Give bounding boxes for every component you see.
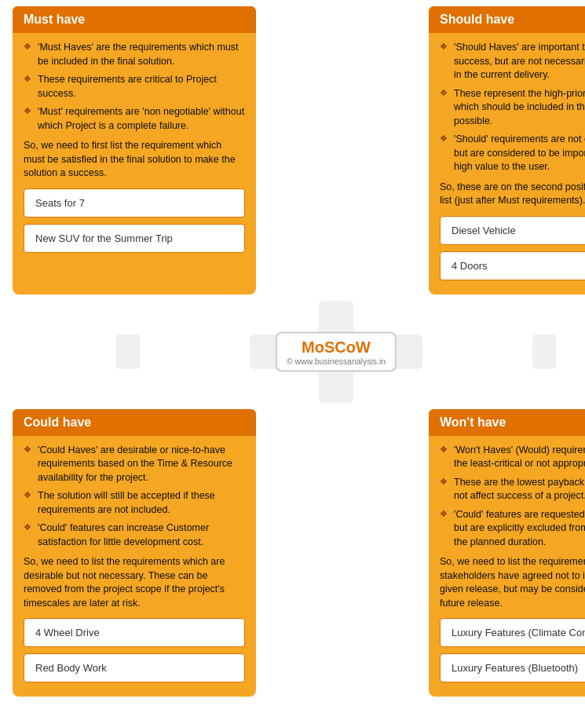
- must-have-title: Must have: [24, 13, 85, 26]
- should-have-title: Should have: [440, 13, 514, 26]
- could-have-header: Could have: [13, 409, 256, 436]
- must-have-bullets: 'Must Haves' are the requirements which …: [24, 41, 245, 133]
- should-have-summary: So, these are on the second position in …: [440, 181, 585, 208]
- wont-have-title: Won't have: [440, 415, 506, 429]
- should-have-bullets: 'Should Haves' are important to project …: [440, 41, 585, 174]
- main-container: Must have 'Must Haves' are the requireme…: [0, 0, 585, 728]
- wont-have-header: Won't have: [429, 409, 585, 436]
- should-bullet-1: 'Should Haves' are important to project …: [440, 41, 585, 82]
- moscow-copyright: © www.businessanalysis.in: [287, 356, 386, 365]
- must-have-panel: Must have 'Must Haves' are the requireme…: [13, 6, 256, 294]
- must-item-1: Seats for 7: [24, 188, 245, 218]
- center-cross: MoSCoW © www.businessanalysis.in: [250, 301, 422, 403]
- could-bullet-1: 'Could Haves' are desirable or nice-to-h…: [24, 444, 245, 485]
- wont-bullet-3: 'Could' features are requested by stakeh…: [440, 508, 585, 550]
- cross-shape: MoSCoW © www.businessanalysis.in: [250, 301, 422, 403]
- wont-bullet-2: These are the lowest payback items which…: [440, 476, 585, 503]
- left-connector-stub: [116, 335, 140, 369]
- must-bullet-2: These requirements are critical to Proje…: [24, 73, 245, 101]
- should-item-1: Diesel Vehicle: [440, 216, 585, 245]
- mid-left-connector: [6, 301, 250, 403]
- could-bullet-2: The solution will still be accepted if t…: [24, 489, 245, 517]
- must-item-2: New SUV for the Summer Trip: [24, 224, 245, 253]
- could-have-title: Could have: [24, 415, 91, 429]
- moscow-title: MoSCoW: [287, 338, 386, 356]
- could-item-2: Red Body Work: [24, 653, 245, 682]
- could-have-summary: So, we need to list the requirements whi…: [24, 555, 245, 610]
- wont-bullet-1: 'Won't Haves' (Would) requirements are e…: [440, 444, 585, 471]
- should-bullet-3: 'Should' requirements are not critical t…: [440, 133, 585, 174]
- must-have-summary: So, we need to first list the requiremen…: [24, 139, 245, 181]
- could-have-bullets: 'Could Haves' are desirable or nice-to-h…: [24, 444, 245, 550]
- must-bullet-1: 'Must Haves' are the requirements which …: [24, 41, 245, 68]
- center-card: MoSCoW © www.businessanalysis.in: [276, 331, 397, 371]
- wont-have-panel: Won't have 'Won't Haves' (Would) require…: [429, 409, 585, 697]
- wont-have-bullets: 'Won't Haves' (Would) requirements are e…: [440, 444, 585, 550]
- right-connector-stub: [532, 335, 556, 369]
- mid-right-connector: [422, 301, 585, 403]
- should-have-panel: Should have 'Should Haves' are important…: [429, 6, 585, 294]
- wont-item-1: Luxury Features (Climate Control AC): [440, 618, 585, 647]
- wont-have-body: 'Won't Haves' (Would) requirements are e…: [429, 436, 585, 697]
- should-bullet-2: These represent the high-priority requir…: [440, 87, 585, 129]
- must-bullet-3: 'Must' requirements are 'non negotiable'…: [24, 105, 245, 133]
- must-have-header: Must have: [13, 6, 256, 33]
- could-have-panel: Could have 'Could Haves' are desirable o…: [13, 409, 256, 697]
- could-item-1: 4 Wheel Drive: [24, 618, 245, 647]
- must-have-body: 'Must Haves' are the requirements which …: [13, 33, 256, 267]
- could-bullet-3: 'Could' features can increase Customer s…: [24, 521, 245, 549]
- should-have-header: Should have: [429, 6, 585, 33]
- wont-have-summary: So, we need to list the requirements whi…: [440, 555, 585, 610]
- should-have-body: 'Should Haves' are important to project …: [429, 33, 585, 294]
- should-item-2: 4 Doors: [440, 251, 585, 280]
- could-have-body: 'Could Haves' are desirable or nice-to-h…: [13, 436, 256, 697]
- wont-item-2: Luxury Features (Bluetooth): [440, 653, 585, 682]
